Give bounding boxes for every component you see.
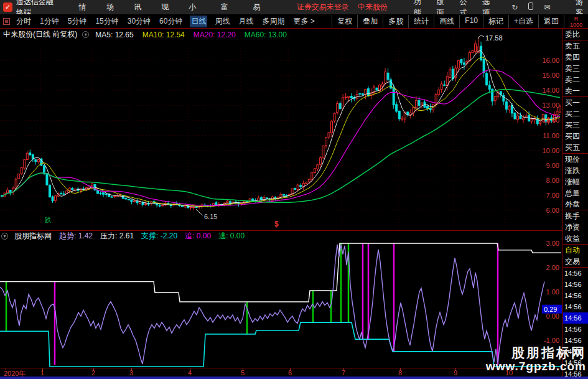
toolbar-button[interactable]: 多股 xyxy=(383,15,408,28)
sidebar-row[interactable]: 换手 xyxy=(563,210,588,222)
svg-text:1.00: 1.00 xyxy=(546,288,559,296)
tick-trade-row[interactable]: 14:56 xyxy=(563,301,588,312)
mobile-icon[interactable] xyxy=(528,2,533,12)
sidebar-row[interactable]: 现价 xyxy=(563,154,588,165)
period-tab[interactable]: 30分钟 xyxy=(126,16,152,27)
main-chart-canvas[interactable]: 跌6.15$17.5816.0015.0014.0013.0012.0011.0… xyxy=(0,29,562,231)
period-tab[interactable]: 周线 xyxy=(213,16,231,27)
svg-text:9.00: 9.00 xyxy=(546,162,559,169)
svg-text:11.00: 11.00 xyxy=(543,132,559,139)
toolbar-button[interactable]: 返回 xyxy=(538,15,564,28)
corner-1000: 1000 xyxy=(564,22,588,28)
corner-indicator: R 1000 xyxy=(564,15,588,28)
sidebar-row[interactable]: 卖三 xyxy=(563,63,588,74)
indicator-header: ▾ 股朋指标网 趋势: 1.42压力: 2.61支撑: -2.20追: 0.00… xyxy=(0,232,562,241)
chart-title: 中来股份(日线 前复权) xyxy=(3,29,77,40)
main-chart-panel: 中来股份(日线 前复权) ▾ MA5: 12.65MA10: 12.54MA20… xyxy=(0,29,562,231)
sidebar-row[interactable]: 卖一 xyxy=(563,85,588,96)
tdx-terminal-window: ✓ 通达信金融终端 行情市场资讯发现问小达财富圈交易 证券交易未登录中来股份 功… xyxy=(0,0,588,379)
indicator-param: 追: 0.00 xyxy=(185,232,211,240)
indicator-param: 趋势: 1.42 xyxy=(59,232,93,240)
period-toolbar: 分时1分钟5分钟15分钟30分钟60分钟日线周线月线多周期更多 > 复权叠加多股… xyxy=(0,14,588,29)
svg-text:16.00: 16.00 xyxy=(542,57,559,64)
svg-text:6.15: 6.15 xyxy=(204,213,217,220)
period-tab[interactable]: 日线 xyxy=(190,16,207,27)
indicator-params: 趋势: 1.42压力: 2.61支撑: -2.20追: 0.00逃: 0.00 xyxy=(59,231,252,241)
sidebar-row[interactable]: 涨跌 xyxy=(563,165,588,176)
toolbar-button[interactable]: 叠加 xyxy=(357,15,383,28)
collapse-icon[interactable]: ▾ xyxy=(82,31,89,38)
period-tab[interactable]: 多周期 xyxy=(261,16,286,27)
toolbar-button[interactable]: 统计 xyxy=(408,15,434,28)
indicator-name: 股朋指标网 xyxy=(14,231,52,241)
main-chart-header: 中来股份(日线 前复权) ▾ MA5: 12.65MA10: 12.54MA20… xyxy=(3,29,296,40)
toolbar-button[interactable]: F10 xyxy=(459,15,483,28)
toolbar-buttons: 复权叠加多股统计画线F10标记+自选返回 xyxy=(332,15,564,28)
sidebar-row[interactable]: 总量 xyxy=(563,187,588,199)
svg-text:跌: 跌 xyxy=(45,217,51,223)
sidebar-row[interactable]: 涨幅 xyxy=(563,176,588,187)
window-icon[interactable] xyxy=(3,18,10,25)
tick-trade-row[interactable]: 14:56 xyxy=(563,312,588,324)
sidebar-row[interactable]: 买三 xyxy=(563,119,588,131)
period-tab[interactable]: 5分钟 xyxy=(67,16,88,27)
toolbar-button[interactable]: +自选 xyxy=(508,15,538,28)
refresh-icon[interactable]: ↻ xyxy=(511,3,518,12)
sidebar-row[interactable]: 买二 xyxy=(563,108,588,119)
ma-label: MA10: 12.54 xyxy=(142,30,185,39)
sidebar-row[interactable]: 买四 xyxy=(563,131,588,142)
svg-text:2.00: 2.00 xyxy=(546,264,559,271)
ma-label: MA20: 12.20 xyxy=(194,30,236,39)
sidebar-row[interactable]: 买五 xyxy=(563,142,588,153)
x-axis-label: 6 xyxy=(288,369,292,377)
svg-text:15.00: 15.00 xyxy=(542,72,559,79)
x-axis: 2020年12345678910 xyxy=(0,368,562,377)
sidebar-row[interactable]: 委比 xyxy=(563,29,588,40)
sidebar-row[interactable]: 买一 xyxy=(563,97,588,108)
watermark: 股朋指标网 www.7gpzb.com xyxy=(486,346,586,373)
period-tab[interactable]: 分时 xyxy=(15,16,32,27)
x-axis-label: 2 xyxy=(91,369,95,377)
x-axis-label: 1 xyxy=(40,369,44,377)
sidebar-row[interactable]: 外盘 xyxy=(563,199,588,210)
period-tab[interactable]: 月线 xyxy=(237,16,254,27)
tick-trade-row[interactable]: 14:56 xyxy=(563,290,588,301)
toolbar-button[interactable]: 复权 xyxy=(332,15,357,28)
toolbar-button[interactable]: 标记 xyxy=(483,15,508,28)
corner-r: R xyxy=(564,16,588,22)
x-axis-label: 3 xyxy=(129,369,133,377)
tick-trade-row[interactable]: 14:56 xyxy=(563,279,588,290)
period-tab[interactable]: 60分钟 xyxy=(158,16,184,27)
period-tab[interactable]: 1分钟 xyxy=(39,16,60,27)
period-tab[interactable]: 15分钟 xyxy=(94,16,119,27)
period-tab[interactable]: 更多 > xyxy=(292,16,315,27)
indicator-canvas[interactable]: 3.002.001.000.00-1.000.29 xyxy=(0,241,562,368)
watermark-url: www.7gpzb.com xyxy=(486,360,586,373)
indicator-param: 支撑: -2.20 xyxy=(141,232,177,240)
sidebar-row[interactable]: 卖四 xyxy=(563,52,588,63)
watermark-site-name: 股朋指标网 xyxy=(486,346,586,360)
sidebar-row[interactable]: 卖二 xyxy=(563,74,588,85)
tick-trade-row[interactable]: 14:56 xyxy=(563,268,588,279)
sidebar-row[interactable]: 自动 xyxy=(563,245,588,256)
sidebar-row[interactable]: 收益 xyxy=(563,233,588,244)
sidebar-row[interactable]: 净资 xyxy=(563,222,588,233)
svg-text:17.58: 17.58 xyxy=(485,34,503,42)
bottom-border xyxy=(0,377,588,379)
collapse-icon[interactable]: ▾ xyxy=(1,233,8,240)
titlebar-icons: ↻ ✉ xyxy=(511,2,561,12)
sidebar-row[interactable]: 交易 xyxy=(563,256,588,267)
x-axis-label: 4 xyxy=(188,369,192,377)
indicator-param: 压力: 2.61 xyxy=(100,232,134,240)
x-axis-label: 8 xyxy=(398,369,402,377)
tick-trade-row[interactable]: 14:56 xyxy=(563,335,588,346)
tick-trade-row[interactable]: 14:56 xyxy=(563,324,588,335)
svg-text:$: $ xyxy=(274,220,279,228)
toolbar-button[interactable]: 画线 xyxy=(434,15,459,28)
indicator-param: 逃: 0.00 xyxy=(218,232,245,240)
svg-text:3.00: 3.00 xyxy=(546,241,559,247)
x-axis-label: 7 xyxy=(342,369,345,377)
sidebar-row[interactable]: 卖五 xyxy=(563,40,588,52)
period-tabs: 分时1分钟5分钟15分钟30分钟60分钟日线周线月线多周期更多 > xyxy=(15,16,322,27)
mail-icon[interactable]: ✉ xyxy=(544,3,550,12)
